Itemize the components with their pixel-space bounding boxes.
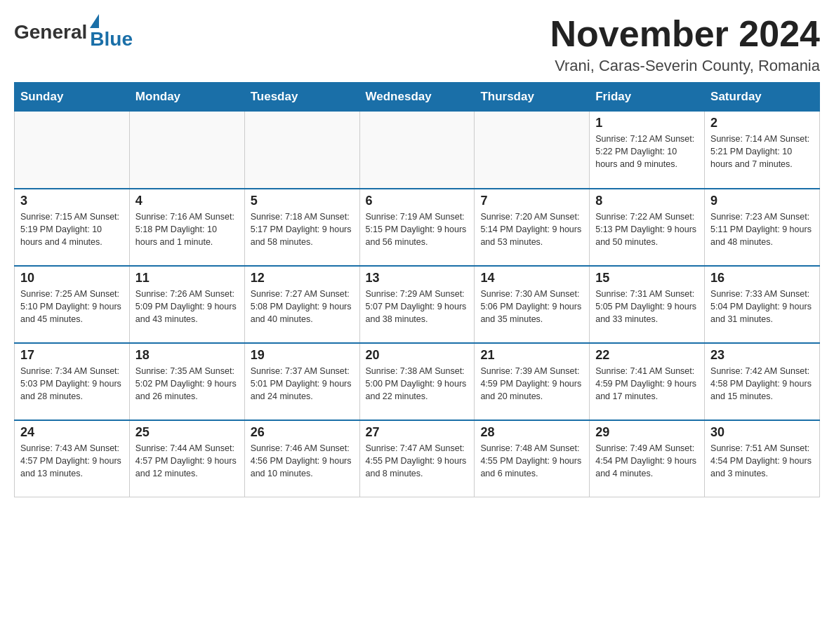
page-header: General Blue November 2024 Vrani, Caras-… [14, 14, 820, 75]
calendar-row-0: 1Sunrise: 7:12 AM Sunset: 5:22 PM Daylig… [15, 112, 820, 189]
day-info: Sunrise: 7:51 AM Sunset: 4:54 PM Dayligh… [710, 442, 814, 480]
month-title: November 2024 [550, 14, 820, 54]
day-number: 4 [135, 194, 239, 208]
location-subtitle: Vrani, Caras-Severin County, Romania [550, 57, 820, 75]
day-number: 21 [480, 348, 583, 363]
calendar-cell: 8Sunrise: 7:22 AM Sunset: 5:13 PM Daylig… [590, 189, 705, 266]
calendar-cell [359, 112, 475, 189]
col-thursday: Thursday [475, 83, 590, 112]
calendar-cell [15, 112, 130, 189]
col-monday: Monday [129, 83, 244, 112]
calendar-cell: 2Sunrise: 7:14 AM Sunset: 5:21 PM Daylig… [705, 112, 820, 189]
calendar-cell: 29Sunrise: 7:49 AM Sunset: 4:54 PM Dayli… [590, 420, 705, 497]
day-info: Sunrise: 7:33 AM Sunset: 5:04 PM Dayligh… [710, 288, 814, 326]
day-number: 1 [595, 116, 699, 130]
calendar-cell: 22Sunrise: 7:41 AM Sunset: 4:59 PM Dayli… [590, 343, 705, 420]
day-number: 20 [366, 348, 469, 363]
calendar-cell: 10Sunrise: 7:25 AM Sunset: 5:10 PM Dayli… [15, 266, 130, 343]
day-info: Sunrise: 7:16 AM Sunset: 5:18 PM Dayligh… [135, 210, 239, 248]
calendar-cell: 13Sunrise: 7:29 AM Sunset: 5:07 PM Dayli… [359, 266, 475, 343]
day-info: Sunrise: 7:37 AM Sunset: 5:01 PM Dayligh… [251, 365, 354, 403]
day-number: 24 [20, 425, 124, 440]
col-tuesday: Tuesday [244, 83, 359, 112]
day-info: Sunrise: 7:42 AM Sunset: 4:58 PM Dayligh… [710, 365, 814, 403]
calendar-cell: 9Sunrise: 7:23 AM Sunset: 5:11 PM Daylig… [705, 189, 820, 266]
calendar-cell: 6Sunrise: 7:19 AM Sunset: 5:15 PM Daylig… [359, 189, 475, 266]
day-info: Sunrise: 7:39 AM Sunset: 4:59 PM Dayligh… [480, 365, 583, 403]
calendar-cell: 28Sunrise: 7:48 AM Sunset: 4:55 PM Dayli… [475, 420, 590, 497]
calendar-row-2: 10Sunrise: 7:25 AM Sunset: 5:10 PM Dayli… [15, 266, 820, 343]
day-info: Sunrise: 7:35 AM Sunset: 5:02 PM Dayligh… [135, 365, 239, 403]
day-number: 12 [251, 271, 354, 286]
calendar-cell: 11Sunrise: 7:26 AM Sunset: 5:09 PM Dayli… [129, 266, 244, 343]
calendar-cell: 14Sunrise: 7:30 AM Sunset: 5:06 PM Dayli… [475, 266, 590, 343]
logo-arrow-icon [90, 14, 99, 28]
day-number: 17 [20, 348, 124, 363]
day-info: Sunrise: 7:38 AM Sunset: 5:00 PM Dayligh… [366, 365, 469, 403]
day-number: 29 [595, 425, 699, 440]
day-info: Sunrise: 7:49 AM Sunset: 4:54 PM Dayligh… [595, 442, 699, 480]
calendar-cell: 23Sunrise: 7:42 AM Sunset: 4:58 PM Dayli… [705, 343, 820, 420]
calendar-cell: 15Sunrise: 7:31 AM Sunset: 5:05 PM Dayli… [590, 266, 705, 343]
calendar-cell [244, 112, 359, 189]
day-number: 28 [480, 425, 583, 440]
day-info: Sunrise: 7:15 AM Sunset: 5:19 PM Dayligh… [20, 210, 124, 248]
title-section: November 2024 Vrani, Caras-Severin Count… [550, 14, 820, 75]
day-info: Sunrise: 7:20 AM Sunset: 5:14 PM Dayligh… [480, 210, 583, 248]
day-number: 10 [20, 271, 124, 286]
day-number: 23 [710, 348, 814, 363]
calendar-cell: 26Sunrise: 7:46 AM Sunset: 4:56 PM Dayli… [244, 420, 359, 497]
day-info: Sunrise: 7:29 AM Sunset: 5:07 PM Dayligh… [366, 288, 469, 326]
day-number: 2 [710, 116, 814, 130]
calendar-row-4: 24Sunrise: 7:43 AM Sunset: 4:57 PM Dayli… [15, 420, 820, 497]
calendar-cell: 16Sunrise: 7:33 AM Sunset: 5:04 PM Dayli… [705, 266, 820, 343]
calendar-cell: 27Sunrise: 7:47 AM Sunset: 4:55 PM Dayli… [359, 420, 475, 497]
day-info: Sunrise: 7:41 AM Sunset: 4:59 PM Dayligh… [595, 365, 699, 403]
logo-blue-text: Blue [90, 28, 133, 51]
day-number: 30 [710, 425, 814, 440]
day-info: Sunrise: 7:18 AM Sunset: 5:17 PM Dayligh… [251, 210, 354, 248]
calendar-row-3: 17Sunrise: 7:34 AM Sunset: 5:03 PM Dayli… [15, 343, 820, 420]
col-friday: Friday [590, 83, 705, 112]
col-sunday: Sunday [15, 83, 130, 112]
day-info: Sunrise: 7:12 AM Sunset: 5:22 PM Dayligh… [595, 133, 699, 170]
calendar-cell: 17Sunrise: 7:34 AM Sunset: 5:03 PM Dayli… [15, 343, 130, 420]
day-info: Sunrise: 7:46 AM Sunset: 4:56 PM Dayligh… [251, 442, 354, 480]
calendar-table: Sunday Monday Tuesday Wednesday Thursday… [14, 82, 820, 497]
day-number: 16 [710, 271, 814, 286]
day-info: Sunrise: 7:48 AM Sunset: 4:55 PM Dayligh… [480, 442, 583, 480]
day-info: Sunrise: 7:25 AM Sunset: 5:10 PM Dayligh… [20, 288, 124, 326]
day-number: 14 [480, 271, 583, 286]
calendar-row-1: 3Sunrise: 7:15 AM Sunset: 5:19 PM Daylig… [15, 189, 820, 266]
day-number: 15 [595, 271, 699, 286]
calendar-cell: 5Sunrise: 7:18 AM Sunset: 5:17 PM Daylig… [244, 189, 359, 266]
day-info: Sunrise: 7:26 AM Sunset: 5:09 PM Dayligh… [135, 288, 239, 326]
col-saturday: Saturday [705, 83, 820, 112]
day-number: 5 [251, 194, 354, 208]
day-number: 27 [366, 425, 469, 440]
logo: General Blue [14, 14, 133, 51]
calendar-cell: 3Sunrise: 7:15 AM Sunset: 5:19 PM Daylig… [15, 189, 130, 266]
calendar-header-row: Sunday Monday Tuesday Wednesday Thursday… [15, 83, 820, 112]
day-info: Sunrise: 7:34 AM Sunset: 5:03 PM Dayligh… [20, 365, 124, 403]
calendar-cell: 24Sunrise: 7:43 AM Sunset: 4:57 PM Dayli… [15, 420, 130, 497]
col-wednesday: Wednesday [359, 83, 475, 112]
day-number: 9 [710, 194, 814, 208]
day-number: 26 [251, 425, 354, 440]
day-number: 6 [366, 194, 469, 208]
day-number: 25 [135, 425, 239, 440]
day-info: Sunrise: 7:31 AM Sunset: 5:05 PM Dayligh… [595, 288, 699, 326]
day-info: Sunrise: 7:19 AM Sunset: 5:15 PM Dayligh… [366, 210, 469, 248]
day-info: Sunrise: 7:47 AM Sunset: 4:55 PM Dayligh… [366, 442, 469, 480]
calendar-cell: 25Sunrise: 7:44 AM Sunset: 4:57 PM Dayli… [129, 420, 244, 497]
day-number: 8 [595, 194, 699, 208]
day-info: Sunrise: 7:27 AM Sunset: 5:08 PM Dayligh… [251, 288, 354, 326]
calendar-cell [129, 112, 244, 189]
day-number: 13 [366, 271, 469, 286]
calendar-cell [475, 112, 590, 189]
day-info: Sunrise: 7:44 AM Sunset: 4:57 PM Dayligh… [135, 442, 239, 480]
day-number: 18 [135, 348, 239, 363]
calendar-cell: 20Sunrise: 7:38 AM Sunset: 5:00 PM Dayli… [359, 343, 475, 420]
day-number: 19 [251, 348, 354, 363]
day-info: Sunrise: 7:30 AM Sunset: 5:06 PM Dayligh… [480, 288, 583, 326]
